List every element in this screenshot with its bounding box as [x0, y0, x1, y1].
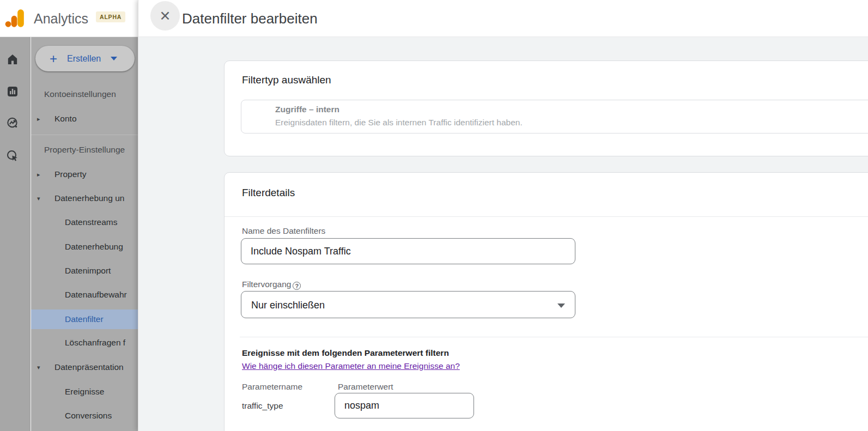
- parameter-value-column-label: Parameterwert: [338, 382, 393, 392]
- filter-operation-label-wrap: Filtervorgang?: [242, 280, 301, 289]
- dialog-body: Filtertyp auswählen Zugriffe – intern Er…: [138, 37, 868, 431]
- item-label: Property: [54, 169, 87, 179]
- filter-details-card-title: Filterdetails: [242, 187, 295, 199]
- filter-operation-select[interactable]: Nur einschließen: [241, 291, 575, 318]
- item-label: Ereignisse: [65, 387, 104, 396]
- caret-down-icon: [111, 57, 117, 60]
- dropdown-arrow-icon: [557, 303, 565, 308]
- product-name: Analytics: [34, 0, 88, 37]
- section-divider: [240, 337, 868, 337]
- item-label: Datenfilter: [65, 314, 104, 324]
- sidebar-item-conversions[interactable]: Conversions: [31, 407, 138, 423]
- events-filter-heading: Ereignisse mit dem folgenden Parameterwe…: [242, 348, 449, 358]
- selected-operation-value: Nur einschließen: [251, 292, 325, 319]
- app-top-bar: Analytics ALPHA: [0, 0, 138, 37]
- filter-name-input[interactable]: [241, 238, 575, 264]
- item-label: Löschanfragen f: [65, 338, 125, 347]
- create-button[interactable]: + Erstellen: [35, 46, 135, 71]
- item-label: Datenaufbewahr: [65, 290, 127, 299]
- item-label: Conversions: [65, 411, 112, 420]
- plus-icon: +: [50, 52, 57, 65]
- sidebar-item-property[interactable]: ▸Property: [31, 166, 138, 182]
- sidebar-item-konto[interactable]: ▸Konto: [31, 110, 138, 126]
- dialog-header: ✕ Datenfilter bearbeiten: [138, 0, 868, 37]
- sidebar-item-datenstreams[interactable]: Datenstreams: [31, 214, 138, 230]
- advertising-icon[interactable]: [6, 149, 19, 162]
- filter-name-label: Name des Datenfilters: [242, 226, 325, 236]
- sidebar-section-property-einstellungen: Property-Einstellunge: [31, 141, 138, 157]
- triangle-right-icon: ▸: [37, 111, 45, 126]
- item-label: Konto: [54, 114, 77, 123]
- item-label: Datenerhebung: [65, 242, 123, 251]
- edit-data-filter-dialog: ✕ Datenfilter bearbeiten Filtertyp auswä…: [138, 0, 868, 431]
- triangle-right-icon: ▸: [37, 166, 45, 182]
- help-icon[interactable]: ?: [293, 282, 301, 290]
- sidebar-item-ereignisse[interactable]: Ereignisse: [31, 383, 138, 399]
- sidebar-item-datenpraesentation[interactable]: ▾Datenpräsentation: [31, 359, 138, 375]
- dialog-title: Datenfilter bearbeiten: [182, 0, 318, 37]
- filter-operation-label: Filtervorgang: [242, 280, 291, 289]
- item-label: Datenerhebung un: [54, 193, 124, 203]
- item-label: Datenimport: [65, 266, 111, 275]
- home-icon[interactable]: [6, 53, 19, 66]
- section-label: Property-Einstellunge: [44, 145, 125, 154]
- parameter-help-link[interactable]: Wie hänge ich diesen Parameter an meine …: [242, 361, 460, 371]
- sidebar-item-datenerhebung-und[interactable]: ▾Datenerhebung un: [31, 190, 138, 206]
- filter-type-option-internal-traffic: Zugriffe – intern Ereignisdaten filtern,…: [241, 100, 868, 133]
- filter-type-card: Filtertyp auswählen Zugriffe – intern Er…: [224, 60, 868, 156]
- section-label: Kontoeinstellungen: [44, 89, 116, 99]
- option-description: Ereignisdaten filtern, die Sie als inter…: [275, 118, 523, 128]
- option-title: Zugriffe – intern: [275, 105, 339, 114]
- google-analytics-screen: Analytics ALPHA + Erstellen Kontoeinstel…: [0, 0, 868, 431]
- sidebar-section-kontoeinstellungen: Kontoeinstellungen: [31, 86, 138, 102]
- filter-type-card-title: Filtertyp auswählen: [242, 74, 331, 86]
- sidebar-item-datenimport[interactable]: Datenimport: [31, 262, 138, 278]
- parameter-name-value: traffic_type: [242, 393, 283, 418]
- filter-details-card: Filterdetails Name des Datenfilters Filt…: [224, 172, 868, 431]
- sidebar-item-datenfilter[interactable]: Datenfilter: [31, 311, 138, 327]
- google-analytics-logo-icon[interactable]: [4, 7, 26, 29]
- parameter-name-column-label: Parametername: [242, 382, 302, 392]
- sidebar-item-datenerhebung[interactable]: Datenerhebung: [31, 238, 138, 254]
- triangle-down-icon: ▾: [37, 190, 45, 206]
- sidebar-divider: [31, 135, 138, 135]
- sidebar-item-loeschanfragen[interactable]: Löschanfragen f: [31, 334, 138, 350]
- explore-icon[interactable]: [6, 117, 19, 130]
- admin-sidebar: + Erstellen Kontoeinstellungen ▸Konto Pr…: [31, 37, 138, 431]
- triangle-down-icon: ▾: [37, 359, 45, 375]
- reports-icon[interactable]: [6, 85, 19, 98]
- card-divider: [224, 216, 868, 217]
- alpha-badge: ALPHA: [96, 11, 125, 22]
- sidebar-item-datenaufbewahrung[interactable]: Datenaufbewahr: [31, 286, 138, 302]
- create-button-label: Erstellen: [67, 54, 101, 64]
- item-label: Datenpräsentation: [54, 362, 124, 372]
- close-icon[interactable]: ✕: [150, 1, 180, 31]
- item-label: Datenstreams: [65, 217, 117, 227]
- parameter-value-input[interactable]: [335, 393, 474, 418]
- app-nav-rail: [0, 37, 31, 431]
